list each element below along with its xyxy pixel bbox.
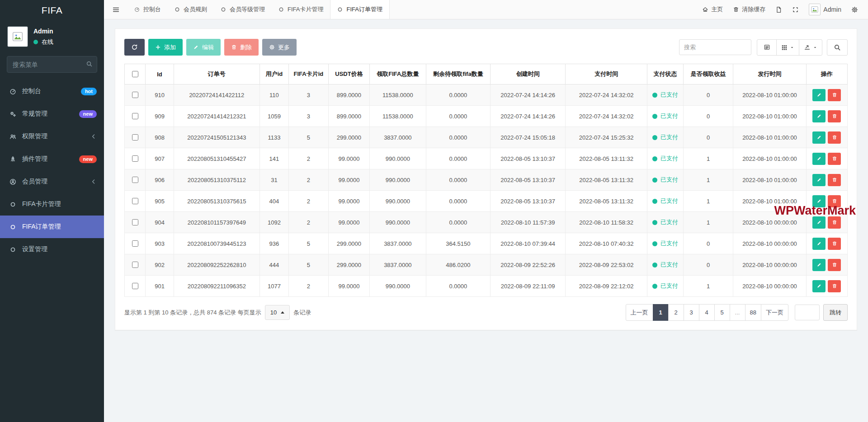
sidebar-item-member[interactable]: 会员管理: [0, 170, 104, 193]
tab-fifa-order[interactable]: FIFA订单管理: [330, 0, 389, 19]
sidebar-item-general[interactable]: 常规管理new: [0, 103, 104, 125]
row-edit-button[interactable]: [812, 174, 826, 186]
sidebar-item-addon[interactable]: 插件管理new: [0, 148, 104, 170]
edit-button[interactable]: 编辑: [186, 39, 221, 56]
page-item[interactable]: 5: [714, 304, 730, 321]
cell-issued: 2022-08-10 00:00:00: [733, 233, 806, 254]
detail-view-button[interactable]: [757, 39, 777, 56]
cell-issued: 2022-08-10 01:00:00: [733, 127, 806, 148]
sidebar-item-dashboard[interactable]: 控制台hot: [0, 80, 104, 103]
sidebar-item-fifa-card[interactable]: FIFA卡片管理: [0, 193, 104, 216]
sidebar-item-settings[interactable]: 设置管理: [0, 238, 104, 261]
row-delete-button[interactable]: [828, 153, 841, 165]
row-checkbox[interactable]: [132, 155, 138, 162]
row-delete-button[interactable]: [828, 174, 841, 186]
cell-order_no: 202208051310455427: [174, 148, 259, 169]
row-edit-button[interactable]: [812, 89, 826, 101]
column-header[interactable]: 用户id: [259, 64, 288, 84]
hamburger-menu-button[interactable]: [104, 0, 127, 19]
row-edit-button[interactable]: [812, 153, 826, 165]
export-button[interactable]: [799, 39, 822, 56]
user-status: 在线: [33, 38, 53, 46]
tab-fifa-card[interactable]: FIFA卡片管理: [272, 0, 330, 19]
column-header[interactable]: FIFA卡片id: [288, 64, 328, 84]
row-checkbox[interactable]: [132, 283, 138, 289]
column-header[interactable]: 剩余待领取fifa数量: [426, 64, 490, 84]
row-checkbox[interactable]: [132, 177, 138, 183]
row-delete-button[interactable]: [828, 238, 841, 250]
page-item[interactable]: 2: [668, 304, 684, 321]
row-checkbox[interactable]: [132, 262, 138, 268]
cell-user_id: 1059: [259, 106, 288, 127]
column-header[interactable]: 领取FIFA总数量: [370, 64, 426, 84]
row-checkbox[interactable]: [132, 198, 138, 204]
column-header[interactable]: 操作: [806, 64, 847, 84]
plus-icon: [155, 44, 161, 50]
columns-button[interactable]: [776, 39, 799, 56]
tab-dashboard[interactable]: 控制台: [127, 0, 168, 19]
more-button[interactable]: 更多: [262, 39, 297, 56]
search-submit-button[interactable]: [827, 39, 848, 56]
circle-icon: [7, 247, 18, 253]
column-header[interactable]: 支付状态: [647, 64, 683, 84]
pay-status-badge: 已支付: [652, 197, 678, 205]
sidebar-search-input[interactable]: [7, 56, 97, 73]
cell-paid: 2022-07-24 14:32:02: [566, 106, 647, 127]
add-button[interactable]: 添加: [148, 39, 183, 56]
refresh-button[interactable]: [124, 39, 145, 56]
table-search-input[interactable]: [679, 39, 751, 55]
row-delete-button[interactable]: [828, 280, 841, 292]
user-name: Admin: [33, 28, 53, 35]
page-item[interactable]: 4: [699, 304, 715, 321]
row-checkbox[interactable]: [132, 219, 138, 225]
row-edit-button[interactable]: [812, 280, 826, 292]
row-delete-button[interactable]: [828, 259, 841, 271]
trash-icon: [832, 283, 837, 289]
column-header[interactable]: 订单号: [174, 64, 259, 84]
page-item[interactable]: 88: [745, 304, 761, 321]
page-jump-button[interactable]: 跳转: [823, 304, 848, 321]
home-link[interactable]: 主页: [702, 5, 723, 14]
page-item[interactable]: 下一页: [761, 304, 788, 321]
settings-menu-button[interactable]: [851, 6, 858, 13]
column-header[interactable]: 创建时间: [491, 64, 566, 84]
clear-cache-button[interactable]: 清除缓存: [733, 5, 765, 14]
column-header[interactable]: 发行时间: [733, 64, 806, 84]
page-jump-input[interactable]: [795, 305, 820, 320]
select-all-checkbox[interactable]: [132, 71, 138, 77]
row-delete-button[interactable]: [828, 131, 841, 144]
row-edit-button[interactable]: [812, 216, 826, 229]
column-header[interactable]: Id: [146, 64, 174, 84]
page-doc-button[interactable]: [775, 6, 782, 13]
page-item[interactable]: 3: [684, 304, 699, 321]
page-item[interactable]: 1: [653, 304, 669, 321]
row-edit-button[interactable]: [812, 238, 826, 250]
sidebar-item-auth[interactable]: 权限管理: [0, 125, 104, 148]
page-size-select[interactable]: 10: [265, 305, 290, 320]
row-delete-button[interactable]: [828, 89, 841, 101]
caret-down-icon: [813, 45, 817, 50]
avatar[interactable]: [7, 26, 28, 47]
row-delete-button[interactable]: [828, 216, 841, 229]
user-menu[interactable]: Admin: [809, 4, 841, 15]
column-header[interactable]: 是否领取收益: [683, 64, 733, 84]
page-item[interactable]: 上一页: [626, 304, 653, 321]
row-checkbox[interactable]: [132, 134, 138, 141]
row-delete-button[interactable]: [828, 110, 841, 122]
row-checkbox[interactable]: [132, 240, 138, 247]
tab-member-rule[interactable]: 会员规则: [168, 0, 214, 19]
row-edit-button[interactable]: [812, 259, 826, 271]
row-edit-button[interactable]: [812, 131, 826, 144]
delete-button[interactable]: 删除: [224, 39, 259, 56]
sidebar-item-fifa-order[interactable]: FIFA订单管理: [0, 216, 104, 238]
fullscreen-button[interactable]: [792, 6, 799, 13]
column-header[interactable]: USDT价格: [328, 64, 369, 84]
tab-member-level[interactable]: 会员等级管理: [214, 0, 272, 19]
cell-card_id: 5: [288, 254, 328, 276]
column-header[interactable]: 支付时间: [566, 64, 647, 84]
row-checkbox[interactable]: [132, 113, 138, 119]
trash-icon: [832, 92, 837, 98]
row-checkbox[interactable]: [132, 92, 138, 98]
row-edit-button[interactable]: [812, 110, 826, 122]
toolbar-right: [679, 39, 848, 56]
